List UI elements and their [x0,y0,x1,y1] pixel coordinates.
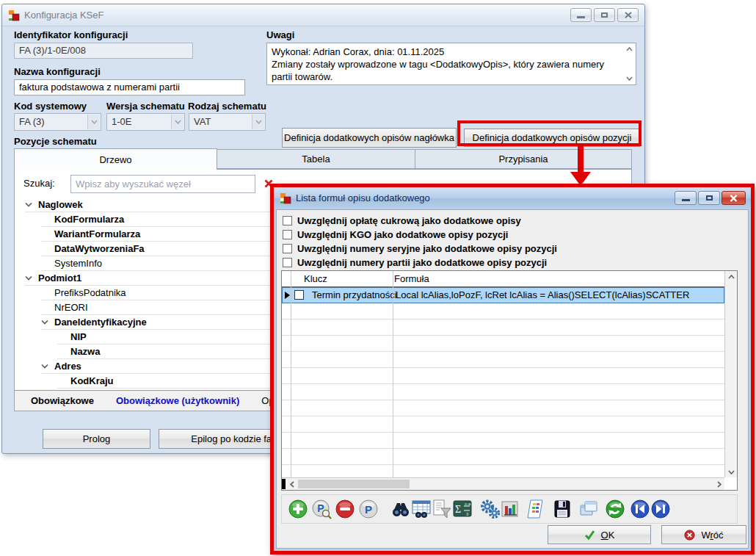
scroll-up-icon[interactable] [726,271,737,282]
chevron-down-icon[interactable] [41,364,54,369]
chevron-down-icon[interactable] [41,319,54,325]
delete-icon[interactable] [335,499,355,519]
parameter-icon[interactable]: P [358,499,379,519]
column-header-key: Klucz [304,271,327,286]
empty-row[interactable] [282,319,724,336]
dialog-titlebar[interactable]: Lista formuł opisu dodatkowego [274,187,751,209]
scroll-down-icon[interactable] [726,466,737,477]
first-record-icon[interactable] [630,499,650,519]
record-position-marker [282,479,286,489]
svg-text:P: P [365,503,372,516]
app-icon [280,192,291,204]
bar-chart-icon[interactable] [499,499,520,519]
tree-node-label: NIP [70,331,87,342]
checkbox[interactable] [283,216,292,225]
minimize-icon[interactable] [675,191,697,205]
add-icon[interactable] [288,499,308,519]
system-code-dropdown[interactable]: FA (3) [14,113,101,131]
position-descriptions-button[interactable]: Definicja dodatkowych opisów pozycji [464,129,640,147]
checkbox-label: Uwzględnij numery seryjne jako dodatkowe… [297,243,557,254]
empty-row[interactable] [282,433,724,449]
config-id-label: Identyfikator konfiguracji [14,29,128,40]
empty-row[interactable] [282,465,724,477]
empty-row[interactable] [282,303,724,319]
empty-row[interactable] [282,449,724,465]
scroll-down-icon[interactable] [624,74,634,83]
option-row[interactable]: Uwzględnij numery partii jako dodatkowe … [283,256,547,268]
scroll-right-icon[interactable] [713,479,724,490]
find-icon[interactable] [390,499,411,519]
scroll-up-icon[interactable] [624,45,634,54]
option-row[interactable]: Uwzględnij KGO jako dodatkowe opisy pozy… [283,228,509,240]
formula-icon[interactable]: Σx-a3 [452,499,473,519]
schema-type-label: Rodzaj schematu [188,101,266,112]
chevron-down-icon[interactable] [171,115,183,129]
notes-text: Wykonał: Adrian Corax, dnia: 01.11.2025 … [272,46,619,83]
table-find-icon[interactable] [411,499,432,519]
checkbox[interactable] [283,244,292,253]
cancel-icon [684,530,695,541]
chevron-down-icon[interactable] [87,115,100,129]
search-input[interactable] [70,175,255,193]
schema-version-label: Wersja schematu [106,101,185,112]
last-record-icon[interactable] [650,499,671,519]
empty-row[interactable] [282,400,724,416]
option-row[interactable]: Uwzględnij opłatę cukrową jako dodatkowe… [283,214,521,226]
schema-version-dropdown[interactable]: 1-0E [106,113,185,131]
notes-textarea[interactable]: Wykonał: Adrian Corax, dnia: 01.11.2025 … [266,43,636,85]
tab-przypisania[interactable]: Przypisania [415,149,632,169]
legend-required: Obowiązkowe [31,395,94,406]
checkbox-label: Uwzględnij KGO jako dodatkowe opisy pozy… [297,229,509,240]
empty-row[interactable] [282,416,724,433]
svg-text:x-a: x-a [465,502,471,506]
tree-node-label: KodKraju [70,375,114,386]
cell-formula: Local lcAlias,loPozF, lcRet lcAlias = Al… [396,288,723,303]
refresh-icon[interactable] [605,499,625,519]
maximize-icon[interactable] [698,191,720,205]
tree-node-label: SystemInfo [54,258,102,269]
close-icon[interactable] [617,8,639,22]
back-button[interactable]: Wróć [661,525,746,544]
formula-list-dialog: Lista formuł opisu dodatkowego Uwzględni… [270,184,755,555]
empty-row[interactable] [282,384,724,400]
dialog-client-area: Uwzględnij opłatę cukrową jako dodatkowe… [276,209,749,549]
scrollbar-thumb[interactable] [298,480,410,488]
document-filter-icon[interactable] [432,499,452,519]
system-code-value: FA (3) [19,114,45,130]
horizontal-scrollbar[interactable] [282,477,724,490]
close-icon[interactable] [722,191,746,205]
checkbox-label: Uwzględnij numery partii jako dodatkowe … [297,257,547,268]
chevron-down-icon[interactable] [25,275,38,281]
main-window-title: Konfiguracja KSeF [24,4,103,26]
checkbox[interactable] [283,230,292,239]
config-name-input[interactable]: faktura podstawowa z numerami partii [14,79,245,95]
option-row[interactable]: Uwzględnij numery seryjne jako dodatkowe… [283,242,557,254]
save-icon[interactable] [552,499,573,519]
tab-drzewo[interactable]: Drzewo [14,148,217,170]
preview-icon[interactable]: P [311,499,332,519]
vertical-scrollbar[interactable] [724,271,737,477]
prolog-button[interactable]: Prolog [43,429,150,449]
scroll-left-icon[interactable] [286,479,297,490]
copy-icon[interactable] [578,499,599,519]
header-descriptions-button[interactable]: Definicja dodatkowych opisów nagłówka [282,128,457,148]
chevron-down-icon[interactable] [252,115,264,129]
formula-grid: Klucz Formuła Termin przydatnościLocal l… [281,270,738,491]
tree-node-label: PrefiksPodatnika [54,287,126,298]
config-id-field[interactable]: FA (3)/1-0E/008 [14,43,193,59]
table-row[interactable]: Termin przydatnościLocal lcAlias,loPozF,… [282,287,724,303]
gears-icon[interactable] [480,499,501,519]
chevron-down-icon[interactable] [25,202,38,207]
tab-tabela[interactable]: Tabela [217,149,415,169]
schema-type-dropdown[interactable]: VAT [189,113,266,131]
maximize-icon[interactable] [594,8,615,22]
row-checkbox[interactable] [294,290,304,300]
empty-row[interactable] [282,352,724,368]
main-titlebar[interactable]: Konfiguracja KSeF [2,4,644,26]
ok-button[interactable]: OK [548,525,651,544]
empty-row[interactable] [282,336,724,352]
minimize-icon[interactable] [570,8,592,22]
report-icon[interactable] [526,499,546,519]
empty-row[interactable] [282,368,724,384]
checkbox[interactable] [283,258,292,267]
